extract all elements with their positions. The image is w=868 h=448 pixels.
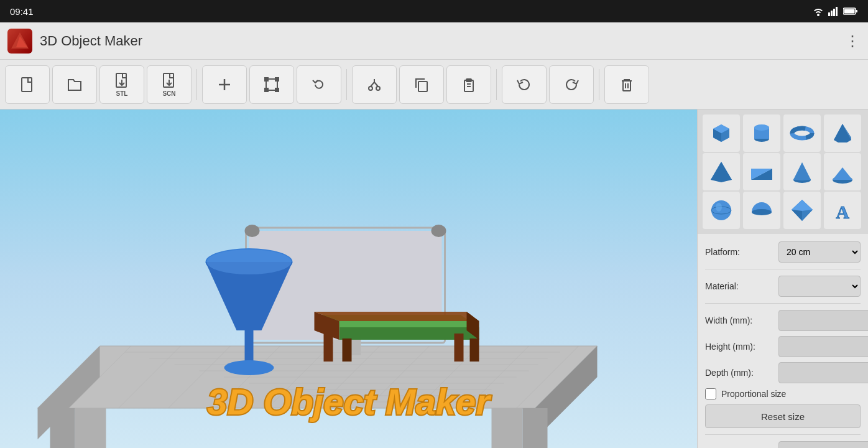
height-input[interactable] xyxy=(778,336,868,357)
signal-icon xyxy=(828,6,839,16)
shape-grid: A xyxy=(698,110,868,234)
svg-point-103 xyxy=(716,203,722,212)
platform-label: Platform: xyxy=(705,247,773,257)
export-stl-button[interactable]: STL xyxy=(99,65,144,104)
battery-icon xyxy=(843,7,858,16)
svg-point-21 xyxy=(369,86,372,90)
svg-marker-72 xyxy=(315,312,479,321)
delete-button[interactable] xyxy=(604,65,649,104)
new-file-button[interactable] xyxy=(5,65,50,104)
svg-point-22 xyxy=(376,86,380,90)
svg-rect-17 xyxy=(265,78,268,81)
open-folder-button[interactable] xyxy=(52,65,97,104)
svg-text:A: A xyxy=(836,202,849,222)
svg-point-65 xyxy=(432,225,446,237)
shape-diamond[interactable] xyxy=(783,192,821,229)
export-scn-button[interactable]: SCN xyxy=(147,65,192,104)
shape-flat-cone[interactable] xyxy=(824,153,861,190)
svg-rect-6 xyxy=(844,9,855,14)
svg-marker-92 xyxy=(711,162,732,182)
svg-rect-3 xyxy=(836,7,838,16)
shape-cube[interactable] xyxy=(703,114,740,152)
separator-3 xyxy=(496,69,497,100)
proportional-checkbox[interactable] xyxy=(705,388,716,399)
svg-marker-106 xyxy=(792,200,813,211)
svg-rect-1 xyxy=(831,11,833,16)
svg-rect-75 xyxy=(324,334,333,362)
svg-rect-18 xyxy=(275,78,279,81)
redo-button[interactable] xyxy=(549,65,594,104)
time-display: 09:41 xyxy=(10,6,34,17)
toolbar: STL SCN xyxy=(0,60,868,110)
shape-cylinder[interactable] xyxy=(743,114,780,152)
svg-rect-5 xyxy=(856,10,857,12)
proportional-row: Proportional size xyxy=(705,388,861,399)
svg-rect-9 xyxy=(22,78,32,91)
separator-1 xyxy=(196,69,197,100)
rotate-left-button[interactable] xyxy=(297,65,341,104)
svg-rect-19 xyxy=(265,88,268,91)
svg-point-104 xyxy=(752,209,772,215)
platform-select[interactable]: 20 cm 10 cm 30 cm 50 cm xyxy=(778,241,861,263)
depth-row: Depth (mm): xyxy=(705,362,861,383)
sep2 xyxy=(705,303,861,304)
width-row: Width (mm): xyxy=(705,310,861,331)
svg-marker-89 xyxy=(834,124,851,142)
add-object-button[interactable] xyxy=(202,65,247,104)
svg-rect-77 xyxy=(455,334,464,362)
proportional-label: Proportional size xyxy=(721,389,790,399)
svg-marker-57 xyxy=(50,408,75,448)
transform-button[interactable] xyxy=(249,65,294,104)
material-select[interactable] xyxy=(778,276,861,297)
right-panel: A Platform: 20 cm 10 cm 30 cm 50 cm M xyxy=(697,110,868,448)
depth-label: Depth (mm): xyxy=(705,368,773,378)
svg-marker-100 xyxy=(833,167,852,180)
svg-marker-58 xyxy=(492,408,523,448)
depth-input[interactable] xyxy=(778,362,868,383)
overflow-menu-button[interactable]: ⋮ xyxy=(845,32,861,50)
shape-cone[interactable] xyxy=(783,153,821,190)
paste-button[interactable] xyxy=(446,65,491,104)
shape-half-sphere[interactable] xyxy=(743,192,780,229)
width-input[interactable] xyxy=(778,310,868,331)
material-row: Material: xyxy=(705,276,861,297)
svg-rect-2 xyxy=(833,9,835,16)
scene-svg: 3D Object Maker xyxy=(0,110,697,448)
viewport[interactable]: 3D Object Maker xyxy=(0,110,697,448)
copy-button[interactable] xyxy=(399,65,444,104)
svg-line-24 xyxy=(374,82,378,86)
platform-row: Platform: 20 cm 10 cm 30 cm 50 cm xyxy=(705,241,861,263)
reset-size-button[interactable]: Reset size xyxy=(705,404,861,428)
status-icons xyxy=(812,6,858,16)
shape-wedge[interactable] xyxy=(743,153,780,190)
svg-rect-0 xyxy=(828,12,830,16)
status-bar: 09:41 xyxy=(0,0,868,22)
svg-point-69 xyxy=(207,250,292,274)
sep1 xyxy=(705,269,861,269)
separator-2 xyxy=(346,69,347,100)
shape-pyramid4[interactable] xyxy=(824,114,861,152)
app-bar: 3D Object Maker ⋮ xyxy=(0,22,868,60)
shape-sphere[interactable] xyxy=(703,192,740,229)
app-icon xyxy=(7,29,32,54)
cut-button[interactable] xyxy=(352,65,397,104)
svg-rect-31 xyxy=(623,81,630,91)
shape-pyramid3[interactable] xyxy=(703,153,740,190)
scene-label: 3D Object Maker xyxy=(207,381,492,422)
svg-point-101 xyxy=(711,200,731,220)
svg-rect-76 xyxy=(343,338,352,362)
shape-3d-text[interactable]: A xyxy=(824,192,861,229)
separator-4 xyxy=(599,69,599,100)
svg-point-64 xyxy=(245,225,260,237)
svg-point-85 xyxy=(754,124,769,131)
svg-marker-107 xyxy=(792,210,802,221)
undo-button[interactable] xyxy=(502,65,547,104)
svg-line-23 xyxy=(371,82,374,86)
svg-rect-26 xyxy=(418,82,427,91)
position-x-row: Position X (mm): xyxy=(705,441,861,448)
svg-rect-20 xyxy=(275,88,279,91)
shape-torus[interactable] xyxy=(783,114,821,152)
position-x-input[interactable] xyxy=(778,441,868,448)
main-content: 3D Object Maker xyxy=(0,110,868,448)
svg-point-68 xyxy=(224,360,274,375)
